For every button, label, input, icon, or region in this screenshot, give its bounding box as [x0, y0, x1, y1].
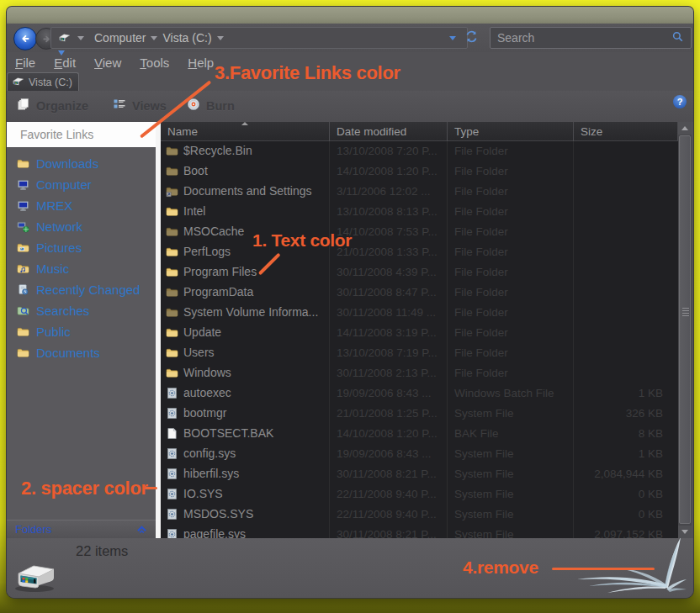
address-dropdown-icon[interactable] [449, 36, 456, 40]
menu-help[interactable]: Help [188, 55, 214, 70]
scroll-down-icon[interactable] [678, 526, 692, 538]
file-row[interactable]: Users13/10/2008 7:19 P...File Folder [161, 342, 678, 362]
type-cell: System File [448, 443, 574, 463]
column-header-type[interactable]: Type [448, 122, 574, 140]
sidebar-item-mrex[interactable]: MREX [7, 195, 156, 216]
help-icon[interactable]: ? [673, 95, 687, 108]
size-cell: 2,097,152 KB [574, 524, 678, 538]
file-name-cell[interactable]: Update [161, 322, 330, 342]
file-name-cell[interactable]: ProgramData [161, 282, 330, 302]
back-arrow-icon [19, 33, 31, 45]
address-bar[interactable]: ComputerVista (C:) [50, 27, 468, 49]
sidebar-item-public[interactable]: Public [7, 321, 156, 342]
file-row[interactable]: Intel13/10/2008 8:13 P...File Folder [161, 201, 678, 221]
sidebar-item-pictures[interactable]: Pictures [7, 237, 156, 258]
breadcrumb-separator-icon[interactable] [151, 36, 157, 40]
file-row[interactable]: Update14/11/2008 3:19 P...File Folder [161, 322, 678, 342]
size-cell [574, 362, 678, 383]
file-name-cell[interactable]: Users [161, 342, 330, 362]
search-icon[interactable] [671, 30, 684, 46]
file-name: IO.SYS [183, 487, 223, 500]
file-row[interactable]: $Recycle.Bin13/10/2008 7:20 P...File Fol… [161, 140, 678, 161]
breadcrumb-item[interactable]: Vista (C:) [159, 31, 215, 45]
file-row[interactable]: Boot14/10/2008 1:20 P...File Folder [161, 161, 678, 181]
type-cell: System File [448, 504, 574, 524]
system-file-icon [166, 508, 178, 521]
chevron-up-icon[interactable] [136, 522, 147, 537]
window-titlebar[interactable] [7, 7, 693, 24]
file-name-cell[interactable]: Boot [161, 161, 330, 181]
file-row[interactable]: hiberfil.sys30/11/2008 8:21 P...System F… [161, 463, 678, 484]
file-row[interactable]: bootmgr21/01/2008 1:25 P...System File32… [161, 403, 678, 423]
folders-bar[interactable]: Folders [7, 520, 156, 538]
size-cell [574, 322, 678, 342]
sidebar-item-label: Network [36, 219, 82, 234]
sidebar-item-network[interactable]: Network [7, 216, 156, 237]
organize-button[interactable]: Organize [17, 96, 88, 116]
size-cell: 2,084,944 KB [574, 463, 678, 484]
size-cell [574, 282, 678, 302]
file-name-cell[interactable]: Documents and Settings [161, 181, 330, 201]
file-row[interactable]: BOOTSECT.BAK14/10/2008 1:20 P...BAK File… [161, 423, 678, 443]
refresh-icon[interactable] [464, 29, 479, 47]
menu-edit[interactable]: Edit [54, 55, 76, 70]
menu-file[interactable]: File [15, 55, 35, 70]
menu-view[interactable]: View [94, 55, 121, 70]
file-name: BOOTSECT.BAK [183, 426, 273, 440]
file-name-cell[interactable]: System Volume Informa... [161, 302, 330, 322]
file-name-cell[interactable]: hiberfil.sys [161, 463, 330, 484]
sidebar-item-documents[interactable]: Documents [7, 342, 156, 363]
file-row[interactable]: PerfLogs21/01/2008 1:33 P...File Folder [161, 241, 678, 262]
file-row[interactable]: MSOCache14/10/2008 7:53 P...File Folder [161, 221, 678, 241]
file-name-cell[interactable]: config.sys [161, 443, 330, 463]
column-header-date-modified[interactable]: Date modified [330, 122, 448, 140]
sidebar-item-computer[interactable]: Computer [7, 174, 156, 195]
scrollbar-thumb[interactable] [679, 135, 691, 524]
file-row[interactable]: autoexec19/09/2006 8:43 ...Windows Batch… [161, 383, 678, 403]
breadcrumb-dropdown-icon[interactable] [77, 36, 84, 40]
sidebar-item-searches[interactable]: Searches [7, 300, 156, 321]
type-cell: BAK File [448, 423, 574, 443]
file-list: NameDate modifiedTypeSize $Recycle.Bin13… [161, 122, 678, 538]
file-name-cell[interactable]: Program Files [161, 262, 330, 282]
file-row[interactable]: Program Files30/11/2008 4:39 P...File Fo… [161, 262, 678, 282]
file-row[interactable]: MSDOS.SYS22/11/2008 9:40 P...System File… [161, 504, 678, 524]
file-name-cell[interactable]: pagefile.sys [161, 524, 330, 538]
back-button[interactable] [13, 27, 37, 50]
breadcrumb-item[interactable]: Computer [91, 31, 149, 45]
file-row[interactable]: pagefile.sys30/11/2008 8:21 P...System F… [161, 524, 678, 538]
sidebar-item-recently-changed[interactable]: Recently Changed [7, 279, 156, 300]
file-row[interactable]: Documents and Settings3/11/2006 12:02 ..… [161, 181, 678, 201]
file-row[interactable]: Windows30/11/2008 2:13 P...File Folder [161, 362, 678, 383]
burn-button[interactable]: Burn [187, 96, 235, 116]
type-cell: File Folder [448, 262, 574, 282]
scroll-up-icon[interactable] [678, 122, 692, 135]
views-button[interactable]: Views [113, 96, 167, 116]
sidebar-item-music[interactable]: Music [7, 258, 156, 279]
breadcrumb-separator-icon[interactable] [217, 36, 224, 40]
file-row[interactable]: System Volume Informa...30/11/2008 11:49… [161, 302, 678, 322]
sidebar-item-downloads[interactable]: Downloads [7, 153, 156, 174]
file-name-cell[interactable]: BOOTSECT.BAK [161, 423, 330, 443]
file-name-cell[interactable]: bootmgr [161, 403, 330, 423]
file-name-cell[interactable]: IO.SYS [161, 484, 330, 504]
file-name-cell[interactable]: Windows [161, 362, 330, 383]
file-name: Windows [183, 366, 231, 379]
size-cell: 0 KB [574, 484, 678, 504]
file-name-cell[interactable]: $Recycle.Bin [161, 140, 330, 161]
system-file-icon [166, 447, 178, 460]
vertical-scrollbar[interactable] [678, 122, 692, 538]
file-name-cell[interactable]: autoexec [161, 383, 330, 403]
type-cell: File Folder [448, 161, 574, 181]
search-input[interactable]: Search [490, 27, 692, 49]
menu-tools[interactable]: Tools [140, 55, 169, 70]
column-header-size[interactable]: Size [574, 122, 678, 140]
tab-vista-c[interactable]: Vista (C:) [7, 72, 79, 91]
file-name-cell[interactable]: MSDOS.SYS [161, 504, 330, 524]
size-cell: 1 KB [574, 383, 678, 403]
file-name-cell[interactable]: Intel [161, 201, 330, 221]
file-row[interactable]: IO.SYS22/11/2008 9:40 P...System File0 K… [161, 484, 678, 504]
file-row[interactable]: ProgramData30/11/2008 8:47 P...File Fold… [161, 282, 678, 302]
file-name: MSOCache [183, 225, 244, 238]
file-row[interactable]: config.sys19/09/2006 8:43 ...System File… [161, 443, 678, 463]
